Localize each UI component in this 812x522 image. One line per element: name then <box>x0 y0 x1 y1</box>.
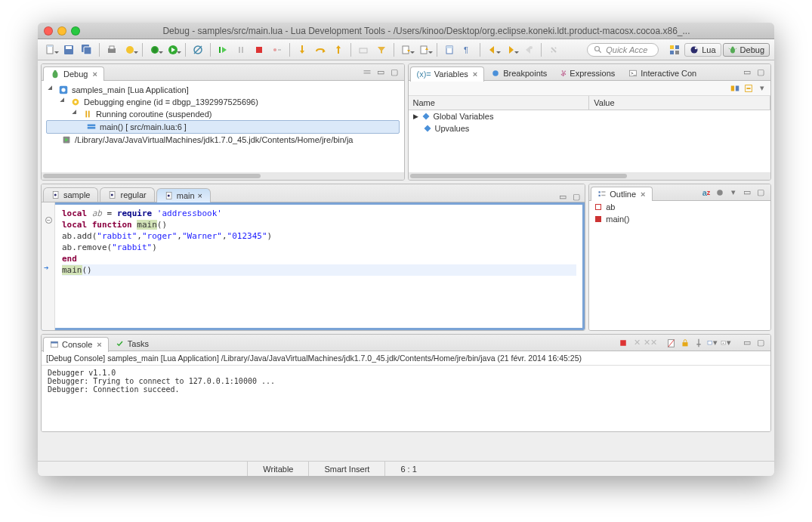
console-tab[interactable]: Console × <box>43 337 109 352</box>
debug-engine-node[interactable]: Debugging engine (id = dbgp_139299752569… <box>84 97 258 107</box>
minimize-view-icon[interactable]: ▭ <box>742 187 752 198</box>
expressions-tab[interactable]: ቖ Expressions <box>554 66 622 81</box>
horizontal-scrollbar[interactable] <box>42 172 404 180</box>
minimize-view-icon[interactable]: ▭ <box>557 191 568 202</box>
open-perspective-button[interactable] <box>666 42 683 58</box>
close-icon[interactable]: × <box>641 190 645 199</box>
lua-perspective[interactable]: Lua <box>684 43 721 57</box>
editor-gutter[interactable]: − ➔ <box>42 202 55 330</box>
debug-tree[interactable]: samples_main [Lua Application] Debugging… <box>42 81 404 149</box>
drop-to-frame-button[interactable] <box>355 42 372 58</box>
svg-marker-33 <box>509 46 514 54</box>
suspend-button[interactable] <box>233 42 249 58</box>
nav-back-button[interactable] <box>484 42 501 58</box>
run-button[interactable] <box>165 42 181 58</box>
remove-launch-icon[interactable]: ✕ <box>631 338 642 348</box>
fold-toggle-icon[interactable]: − <box>45 217 52 224</box>
debug-app-node[interactable]: samples_main [Lua Application] <box>72 85 189 94</box>
tasks-tab[interactable]: Tasks <box>109 336 156 351</box>
outline-item-main[interactable]: main() <box>589 213 770 225</box>
close-icon[interactable]: × <box>92 69 97 79</box>
maximize-view-icon[interactable]: ▢ <box>755 338 766 348</box>
build-button[interactable] <box>122 42 138 58</box>
variables-row-upvalues[interactable]: Upvalues <box>409 122 771 134</box>
svg-line-47 <box>735 48 736 49</box>
open-console-dropdown-icon[interactable]: +▾ <box>721 338 731 348</box>
terminate-console-icon[interactable] <box>618 338 628 348</box>
code-editor[interactable]: − ➔ local ab = require 'addressbook' loc… <box>42 202 585 330</box>
breakpoints-tab[interactable]: Breakpoints <box>484 66 554 81</box>
display-console-dropdown-icon[interactable]: ▾ <box>707 338 718 348</box>
toggle-mark-button[interactable] <box>441 42 458 58</box>
hide-non-public-icon[interactable] <box>715 187 725 198</box>
annotation-next-button[interactable] <box>398 42 415 58</box>
step-into-button[interactable] <box>294 42 310 58</box>
zoom-window-button[interactable] <box>71 26 80 36</box>
minimize-view-icon[interactable]: ▭ <box>375 67 386 78</box>
step-over-button[interactable] <box>312 42 329 58</box>
print-button[interactable] <box>103 42 120 58</box>
debug-coroutine-node[interactable]: Running coroutine (suspended) <box>96 110 212 119</box>
stack-frame-icon <box>86 122 97 132</box>
annotation-prev-button[interactable] <box>416 42 433 58</box>
variable-icon <box>421 112 431 121</box>
new-button[interactable] <box>42 42 59 58</box>
debug-frame-node[interactable]: main() [ src/main.lua:6 ] <box>100 122 187 131</box>
pin-console-icon[interactable] <box>693 338 704 348</box>
maximize-view-icon[interactable]: ▢ <box>755 187 766 198</box>
variables-row-globals[interactable]: ▶ Global Variables <box>409 110 771 122</box>
view-menu-icon[interactable] <box>362 67 372 78</box>
maximize-view-icon[interactable]: ▢ <box>389 67 400 78</box>
debug-button[interactable] <box>147 42 163 58</box>
show-type-names-icon[interactable] <box>730 83 740 94</box>
step-return-button[interactable] <box>330 42 347 58</box>
sort-icon[interactable]: az <box>701 187 712 198</box>
editor-tab-main[interactable]: main × <box>156 188 211 202</box>
terminate-button[interactable] <box>251 42 267 58</box>
console-output[interactable]: Debugger v1.1.0 Debugger: Trying to conn… <box>42 366 770 431</box>
name-column-header[interactable]: Name <box>409 96 590 110</box>
editor-tab-regular[interactable]: regular <box>100 187 154 202</box>
nav-forward-button[interactable] <box>502 42 519 58</box>
skip-breakpoints-button[interactable] <box>190 42 206 58</box>
debug-perspective[interactable]: Debug <box>723 43 770 57</box>
view-menu-icon[interactable]: ▾ <box>728 187 739 198</box>
window-title: Debug - samples/src/main.lua - Lua Devel… <box>85 26 768 36</box>
editor-tab-sample[interactable]: sample <box>43 187 98 202</box>
close-icon[interactable]: × <box>97 340 101 349</box>
save-all-button[interactable] <box>79 42 95 58</box>
resume-button[interactable] <box>215 42 231 58</box>
clear-console-icon[interactable] <box>666 338 677 348</box>
disconnect-button[interactable] <box>269 42 286 58</box>
svg-rect-50 <box>363 70 370 72</box>
maximize-view-icon[interactable]: ▢ <box>571 191 582 202</box>
minimize-window-button[interactable] <box>57 26 66 36</box>
view-menu-icon[interactable]: ▾ <box>757 83 767 94</box>
outline-tab[interactable]: Outline × <box>591 187 652 202</box>
horizontal-scrollbar[interactable] <box>409 172 771 180</box>
outline-item-ab[interactable]: ab <box>589 201 770 213</box>
value-column-header[interactable]: Value <box>589 96 770 110</box>
scroll-lock-icon[interactable] <box>680 338 690 348</box>
svg-point-62 <box>492 70 499 76</box>
minimize-view-icon[interactable]: ▭ <box>742 67 752 78</box>
engine-icon <box>70 97 81 107</box>
toggle-whitespace-button[interactable]: ¶ <box>459 42 476 58</box>
use-step-filters-button[interactable] <box>373 42 390 58</box>
close-window-button[interactable] <box>44 26 53 36</box>
link-with-editor-button[interactable] <box>545 42 562 58</box>
debug-jvm-node[interactable]: /Library/Java/JavaVirtualMachines/jdk1.7… <box>75 135 354 144</box>
variables-tab[interactable]: (x)= Variables × <box>410 66 485 82</box>
save-button[interactable] <box>60 42 77 58</box>
minimize-view-icon[interactable]: ▭ <box>742 338 752 348</box>
collapse-all-icon[interactable] <box>743 83 754 94</box>
debug-tab[interactable]: Debug × <box>43 66 104 82</box>
close-icon[interactable]: × <box>198 191 202 200</box>
svg-rect-57 <box>88 111 90 118</box>
last-edit-button[interactable] <box>520 42 537 58</box>
quick-access-field[interactable]: Quick Acce <box>587 43 659 57</box>
maximize-view-icon[interactable]: ▢ <box>755 67 766 78</box>
close-icon[interactable]: × <box>473 69 477 79</box>
remove-all-launches-icon[interactable]: ✕✕ <box>645 338 656 348</box>
interactive-console-tab[interactable]: >_ Interactive Con <box>622 66 703 81</box>
